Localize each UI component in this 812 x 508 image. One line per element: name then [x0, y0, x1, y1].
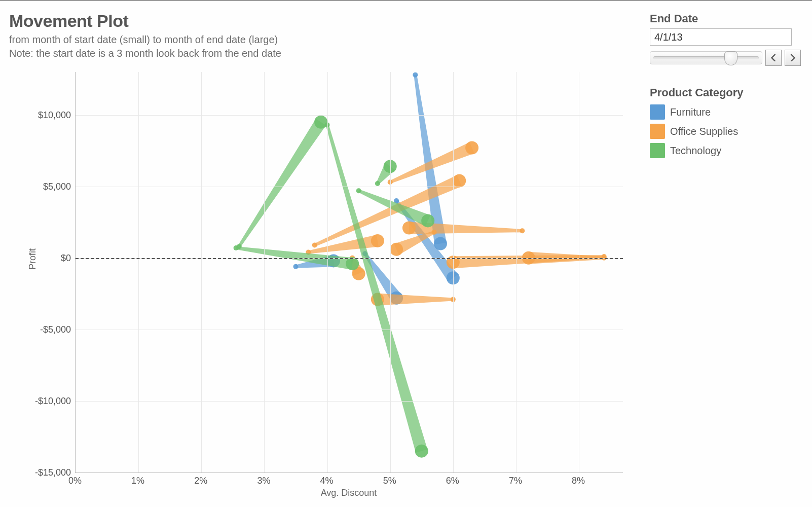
start-point[interactable] [375, 181, 380, 186]
legend-item-office-supplies[interactable]: Office Supplies [650, 124, 802, 139]
x-tick-label: 3% [248, 476, 279, 486]
start-point[interactable] [520, 228, 525, 233]
end-point[interactable] [415, 445, 428, 458]
chart-title: Movement Plot [9, 11, 281, 31]
gridline-v [516, 72, 516, 473]
start-point[interactable] [356, 188, 361, 193]
start-point[interactable] [432, 230, 437, 235]
end-point[interactable] [346, 257, 359, 270]
gridline-v [453, 72, 454, 473]
legend-label: Office Supplies [670, 126, 738, 137]
plot-svg [76, 72, 623, 473]
legend-swatch [650, 124, 665, 139]
gridline-v [264, 72, 265, 473]
y-tick-label: $10,000 [15, 110, 71, 120]
plot-area[interactable] [75, 72, 623, 473]
gridline-v [327, 72, 328, 473]
controls-panel: End Date Product Category Furniture Offi… [650, 12, 802, 162]
legend-item-furniture[interactable]: Furniture [650, 104, 802, 120]
x-tick-label: 1% [123, 476, 153, 486]
x-axis-title: Avg. Discount [75, 488, 622, 507]
y-tick-label: -$15,000 [15, 467, 71, 478]
movement-wedge [238, 119, 326, 247]
legend-swatch [650, 143, 665, 158]
chart-area: Profit Avg. Discount 0%1%2%3%4%5%6%7%8%-… [9, 72, 628, 498]
slider-prev-button[interactable] [765, 50, 782, 66]
chevron-right-icon [790, 54, 796, 61]
chevron-left-icon [770, 54, 777, 61]
gridline-h [76, 330, 623, 330]
legend: Product Category Furniture Office Suppli… [650, 86, 802, 158]
x-tick-label: 7% [500, 476, 531, 486]
legend-swatch [650, 104, 665, 120]
gridline-v [390, 72, 391, 473]
y-tick-label: -$5,000 [15, 324, 71, 335]
end-point[interactable] [390, 243, 403, 256]
y-tick-label: $5,000 [15, 181, 71, 192]
chart-header: Movement Plot from month of start date (… [9, 11, 281, 60]
end-date-label: End Date [650, 12, 802, 25]
x-tick-label: 6% [437, 476, 468, 486]
gridline-h [76, 401, 623, 402]
slider-track [653, 56, 759, 59]
subtitle-line-1: from month of start date (small) to mont… [9, 34, 278, 45]
y-tick-label: -$10,000 [15, 395, 71, 406]
start-point[interactable] [312, 242, 317, 247]
legend-label: Technology [670, 145, 721, 157]
end-point[interactable] [371, 234, 384, 247]
x-tick-label: 8% [563, 476, 594, 486]
start-point[interactable] [234, 245, 239, 250]
y-tick-label: $0 [15, 252, 71, 263]
legend-title: Product Category [650, 86, 802, 99]
gridline-v [579, 72, 579, 473]
x-tick-label: 2% [186, 476, 216, 486]
chart-subtitle: from month of start date (small) to mont… [9, 33, 281, 60]
end-point[interactable] [465, 141, 478, 155]
movement-wedge [378, 294, 453, 306]
end-point[interactable] [402, 222, 416, 235]
end-point[interactable] [421, 214, 434, 227]
gridline-v [138, 72, 139, 473]
gridline-h [76, 187, 623, 187]
subtitle-line-2: Note: the start date is a 3 month look b… [9, 48, 281, 59]
gridline-h [76, 115, 623, 116]
legend-label: Furniture [670, 106, 711, 118]
x-tick-label: 5% [375, 476, 405, 486]
end-date-input[interactable] [650, 28, 792, 46]
end-point[interactable] [453, 174, 466, 187]
end-date-slider[interactable] [650, 51, 762, 64]
start-point[interactable] [293, 264, 298, 269]
slider-thumb[interactable] [724, 51, 737, 65]
slider-next-button[interactable] [785, 50, 801, 66]
zero-line [76, 258, 623, 259]
legend-item-technology[interactable]: Technology [650, 143, 802, 158]
gridline-v [201, 72, 202, 473]
x-tick-label: 4% [312, 476, 342, 486]
start-point[interactable] [413, 72, 418, 78]
movement-wedge [453, 255, 604, 268]
